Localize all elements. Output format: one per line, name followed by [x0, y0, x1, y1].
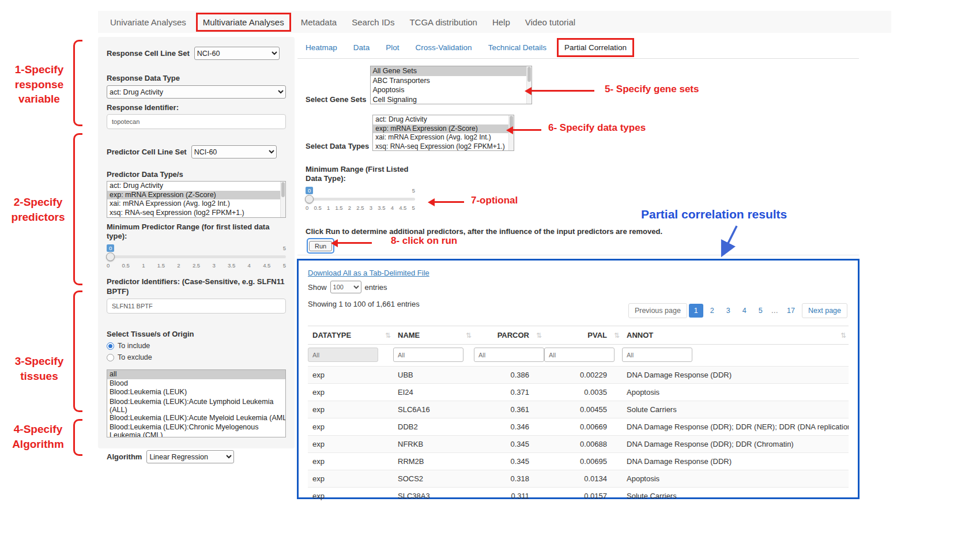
filter-input-pval[interactable] [544, 348, 615, 362]
tissue-include-radio-row[interactable]: To include [107, 342, 286, 350]
slider-track[interactable] [107, 255, 286, 258]
cell-pval: 0.0134 [544, 470, 622, 488]
table-row[interactable]: exp NFRKB 0.345 0.00688 DNA Damage Respo… [308, 436, 849, 453]
nav-tcga-distribution[interactable]: TCGA distribution [402, 17, 485, 27]
results-table: DATATYPE⇅ NAME⇅ PARCOR⇅ PVAL⇅ ANNOT⇅ exp… [308, 326, 849, 504]
filter-input-annot[interactable] [622, 348, 692, 362]
table-row[interactable]: exp UBB 0.386 0.00229 DNA Damage Respons… [308, 367, 849, 384]
radio-exclude[interactable] [107, 354, 114, 361]
annotation-step3-label: 3-Specify tissues [7, 354, 71, 383]
gene-sets-list[interactable]: All Gene Sets ABC Transporters Apoptosis… [370, 66, 532, 104]
column-header-pval[interactable]: PVAL⇅ [544, 326, 622, 345]
column-header-datatype[interactable]: DATATYPE⇅ [308, 326, 393, 345]
slider-handle[interactable] [305, 195, 314, 203]
radio-include[interactable] [107, 342, 114, 350]
table-row[interactable]: exp SOCS2 0.318 0.0134 Apoptosis [308, 470, 849, 488]
show-entries-select[interactable]: 100 [330, 281, 361, 293]
sort-icon[interactable]: ⇅ [385, 331, 391, 339]
previous-page-button[interactable]: Previous page [628, 303, 687, 318]
scrollbar[interactable] [508, 115, 514, 150]
list-option[interactable]: ABC Transporters [371, 76, 532, 86]
slider-handle[interactable] [106, 252, 115, 261]
response-cell-line-set-select[interactable]: NCI-60 [194, 47, 280, 60]
page-button-4[interactable]: 4 [737, 304, 752, 318]
response-identifier-input[interactable] [107, 114, 286, 129]
filter-input-name[interactable] [393, 348, 463, 362]
page-button-1[interactable]: 1 [689, 304, 703, 318]
table-row[interactable]: exp SLC6A16 0.361 0.00455 Solute Carrier… [308, 401, 849, 418]
filter-input-parcor[interactable] [474, 348, 544, 362]
page-button-17[interactable]: 17 [782, 304, 800, 318]
tab-heatmap[interactable]: Heatmap [297, 38, 345, 57]
list-option[interactable]: xai: mRNA Expression (Avg. log2 Int.) [373, 133, 514, 142]
min-range-label: Minimum Range (First Listed Data Type): [306, 165, 421, 183]
column-header-name[interactable]: NAME⇅ [393, 326, 474, 345]
tab-partial-correlation[interactable]: Partial Correlation [557, 38, 634, 57]
min-predictor-range-label: Minimum Predictor Range (for first liste… [107, 222, 286, 241]
predictor-cell-line-set-select[interactable]: NCI-60 [191, 145, 277, 158]
list-option[interactable]: act: Drug Activity [373, 115, 514, 124]
table-row[interactable]: exp DDB2 0.346 0.00669 DNA Damage Respon… [308, 418, 849, 436]
tab-technical-details[interactable]: Technical Details [480, 38, 555, 57]
scrollbar[interactable] [280, 182, 285, 217]
list-option[interactable]: xsq: RNA-seq Expression (log2 FPKM+1.) [373, 142, 514, 152]
algorithm-select[interactable]: Linear Regression [146, 450, 234, 463]
list-option[interactable]: Blood [107, 379, 285, 388]
min-predictor-range-slider[interactable]: 0 5 0 0.5 1 1.5 2 2.5 3 3.5 4 4.5 5 [107, 244, 286, 273]
list-option[interactable]: Blood:Leukemia (LEUK) [107, 388, 285, 397]
page-button-2[interactable]: 2 [705, 304, 719, 318]
table-row[interactable]: exp EI24 0.371 0.0035 Apoptosis [308, 384, 849, 401]
list-option[interactable]: xsq: RNA-seq Expression (log2 FPKM+1.) [107, 209, 285, 218]
list-option-selected[interactable]: exp: mRNA Expression (Z-Score) [107, 191, 285, 200]
cell-annot: Solute Carriers [622, 401, 849, 418]
sort-icon[interactable]: ⇅ [614, 331, 620, 339]
list-option[interactable]: Blood:Leukemia (LEUK):Acute Myeloid Leuk… [107, 414, 285, 423]
table-row[interactable]: exp SLC38A3 0.311 0.0157 Solute Carriers [308, 488, 849, 505]
tissue-exclude-radio-row[interactable]: To exclude [107, 353, 286, 361]
scrollbar-thumb[interactable] [281, 182, 285, 197]
page-button-5[interactable]: 5 [753, 304, 768, 318]
nav-multivariate-analyses[interactable]: Multivariate Analyses [196, 13, 291, 32]
sort-icon[interactable]: ⇅ [466, 331, 472, 339]
data-types-list[interactable]: act: Drug Activity exp: mRNA Expression … [372, 115, 514, 151]
tab-cross-validation[interactable]: Cross-Validation [408, 38, 480, 57]
nav-metadata[interactable]: Metadata [293, 17, 345, 27]
column-header-annot[interactable]: ANNOT⇅ [622, 326, 849, 345]
page-button-3[interactable]: 3 [721, 304, 736, 318]
tissues-list[interactable]: all Blood Blood:Leukemia (LEUK) Blood:Le… [107, 369, 286, 437]
scrollbar-thumb[interactable] [527, 67, 531, 82]
list-option[interactable]: Blood:Leukemia (LEUK):Chronic Myelogenou… [107, 422, 285, 437]
sort-icon[interactable]: ⇅ [536, 331, 542, 339]
response-data-type-select[interactable]: act: Drug Activity [107, 85, 286, 99]
list-option[interactable]: Cell Signaling [371, 95, 532, 105]
table-row[interactable]: exp RRM2B 0.345 0.00695 DNA Damage Respo… [308, 453, 849, 470]
column-header-parcor[interactable]: PARCOR⇅ [474, 326, 544, 345]
tab-plot[interactable]: Plot [378, 38, 407, 57]
filter-input-datatype[interactable] [308, 348, 378, 362]
nav-video-tutorial[interactable]: Video tutorial [518, 17, 583, 27]
slider-track[interactable] [306, 198, 415, 201]
next-page-button[interactable]: Next page [802, 303, 847, 318]
nav-univariate-analyses[interactable]: Univariate Analyses [103, 17, 194, 27]
list-option[interactable]: xai: mRNA Expression (Avg. log2 Int.) [107, 199, 285, 209]
sort-icon[interactable]: ⇅ [840, 331, 846, 339]
list-option-selected[interactable]: All Gene Sets [371, 66, 532, 76]
list-option-selected[interactable]: all [107, 370, 285, 379]
list-option[interactable]: act: Drug Activity [107, 182, 285, 191]
tab-data[interactable]: Data [345, 38, 378, 57]
tick: 3.5 [378, 205, 385, 211]
min-range-slider[interactable]: 0 5 0 0.5 1 1.5 2 2.5 3 3.5 4 4.5 5 [306, 187, 415, 216]
list-option[interactable]: Apoptosis [371, 85, 532, 95]
download-tab-delimited-link[interactable]: Download All as a Tab-Delimited File [308, 269, 429, 277]
predictor-identifiers-input[interactable] [107, 299, 286, 314]
cell-datatype: exp [308, 453, 393, 470]
cell-name: SOCS2 [393, 470, 474, 488]
scrollbar[interactable] [526, 66, 532, 104]
run-button[interactable]: Run [309, 241, 332, 251]
nav-search-ids[interactable]: Search IDs [344, 17, 402, 27]
scrollbar-thumb[interactable] [510, 116, 513, 131]
predictor-data-types-list[interactable]: act: Drug Activity exp: mRNA Expression … [107, 181, 286, 218]
list-option-selected[interactable]: exp: mRNA Expression (Z-Score) [373, 124, 514, 134]
nav-help[interactable]: Help [485, 17, 518, 27]
list-option[interactable]: Blood:Leukemia (LEUK):Acute Lymphoid Leu… [107, 397, 285, 414]
